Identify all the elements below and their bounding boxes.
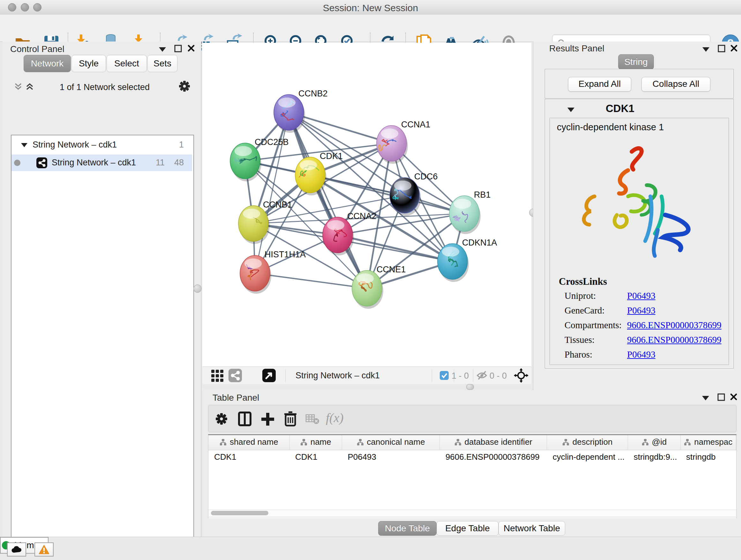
close-panel-icon[interactable] bbox=[731, 45, 738, 52]
column-header-shared-name[interactable]: shared name bbox=[208, 435, 289, 450]
column-header-label: @id bbox=[652, 437, 667, 447]
table-horizontal-scrollbar[interactable] bbox=[208, 509, 737, 517]
cloud-icon bbox=[11, 546, 22, 553]
main-toolbar: ? bbox=[0, 15, 741, 42]
pan-crosshair-icon[interactable] bbox=[514, 368, 529, 383]
crosslink-link[interactable]: P06493 bbox=[627, 291, 656, 301]
edge-CCNA2-CDKN1A[interactable] bbox=[338, 235, 453, 261]
expand-all-button[interactable]: Expand All bbox=[568, 77, 631, 91]
node-label-CDKN1A: CDKN1A bbox=[462, 238, 497, 247]
column-header--id[interactable]: @id bbox=[628, 435, 680, 450]
node-CDKN1A[interactable]: CDKN1A bbox=[437, 238, 497, 282]
table-cell[interactable]: stringdb:9... bbox=[628, 450, 680, 464]
title-bar: Session: New Session bbox=[0, 0, 741, 15]
column-type-icon bbox=[219, 439, 226, 446]
table-row[interactable]: CDK1CDK1P064939606.ENSP00000378699cyclin… bbox=[208, 450, 736, 464]
float-panel-icon[interactable] bbox=[718, 393, 725, 401]
edge-HIST1H1A-CCNE1[interactable] bbox=[255, 273, 367, 288]
tab-string[interactable]: String bbox=[618, 54, 654, 70]
grid-view-icon[interactable] bbox=[211, 369, 224, 382]
column-type-icon bbox=[562, 439, 569, 446]
table-cell[interactable]: CDK1 bbox=[289, 450, 342, 464]
column-type-icon bbox=[642, 439, 649, 446]
node-HIST1H1A[interactable]: HIST1H1A bbox=[240, 250, 306, 294]
warning-button[interactable] bbox=[35, 543, 54, 557]
table-cell[interactable]: CDK1 bbox=[208, 450, 289, 464]
selected-checkbox-icon[interactable] bbox=[440, 371, 449, 380]
edge-CDK1-RB1[interactable] bbox=[310, 175, 464, 213]
table-cell[interactable]: 9606.ENSP00000378699 bbox=[440, 450, 547, 464]
tab-select[interactable]: Select bbox=[107, 55, 147, 72]
float-panel-icon[interactable] bbox=[718, 45, 725, 52]
control-panel: Control Panel NetworkStyleSelectSets 1 o… bbox=[3, 42, 201, 537]
network-tree: String Network – cdk1 1 String Network –… bbox=[11, 135, 194, 560]
crosslink-link[interactable]: 9606.ENSP00000378699 bbox=[627, 334, 722, 345]
column-header-description[interactable]: description bbox=[547, 435, 628, 450]
node-CCNA1[interactable]: CCNA1 bbox=[377, 120, 430, 164]
edge-CCNB2-HIST1H1A[interactable] bbox=[255, 112, 289, 273]
column-header-name[interactable]: name bbox=[289, 435, 342, 450]
network-canvas[interactable]: CCNB2CCNA1CDC25BCDK1CDC6RB1CCNB1CCNA2CDK… bbox=[202, 43, 531, 367]
network-collection-row[interactable]: String Network – cdk1 1 bbox=[11, 137, 192, 153]
column-header-label: database identifier bbox=[465, 437, 532, 447]
crosslink-label: Pharos: bbox=[564, 349, 592, 360]
tab-node-table[interactable]: Node Table bbox=[378, 521, 436, 536]
table-cell[interactable]: cyclin-dependent ... bbox=[547, 450, 628, 464]
network-row-selected[interactable]: String Network – cdk1 11 48 bbox=[11, 154, 192, 171]
scrollbar-thumb[interactable] bbox=[211, 511, 268, 515]
network-label: String Network – cdk1 bbox=[52, 158, 136, 168]
panel-menu-icon[interactable] bbox=[159, 47, 166, 52]
column-type-icon bbox=[357, 439, 364, 446]
column-header-database-identifier[interactable]: database identifier bbox=[440, 435, 547, 450]
collapse-all-button[interactable]: Collapse All bbox=[642, 77, 711, 91]
tab-network-table[interactable]: Network Table bbox=[498, 521, 565, 536]
network-node-count: 11 bbox=[152, 158, 165, 168]
gear-icon[interactable] bbox=[179, 80, 190, 92]
panel-menu-icon[interactable] bbox=[702, 47, 710, 52]
cloud-button[interactable] bbox=[7, 543, 26, 557]
delete-column-icon[interactable] bbox=[284, 411, 297, 427]
node-label-CCNE1: CCNE1 bbox=[377, 265, 406, 274]
tab-edge-table[interactable]: Edge Table bbox=[436, 521, 498, 536]
crosslink-label: Tissues: bbox=[564, 334, 595, 345]
horizontal-splitter-handle[interactable] bbox=[466, 384, 474, 390]
float-panel-icon[interactable] bbox=[174, 45, 182, 52]
network-selection-status: 1 of 1 Network selected bbox=[38, 82, 172, 92]
expand-all-icon[interactable] bbox=[25, 82, 34, 91]
node-CDK1[interactable]: CDK1 bbox=[295, 151, 343, 195]
add-column-icon[interactable] bbox=[261, 412, 275, 426]
table-cell[interactable]: P06493 bbox=[342, 450, 440, 464]
network-graph[interactable]: CCNB2CCNA1CDC25BCDK1CDC6RB1CCNB1CCNA2CDK… bbox=[202, 43, 531, 367]
node-CCNB2[interactable]: CCNB2 bbox=[274, 89, 328, 133]
tab-sets[interactable]: Sets bbox=[147, 55, 178, 72]
entry-collapse-icon[interactable] bbox=[567, 108, 575, 112]
panel-menu-icon[interactable] bbox=[702, 396, 709, 400]
tree-expand-icon[interactable] bbox=[21, 143, 27, 147]
collapse-all-icon[interactable] bbox=[14, 82, 22, 91]
tab-style[interactable]: Style bbox=[71, 55, 106, 72]
collection-count: 1 bbox=[171, 140, 184, 150]
node-RB1[interactable]: RB1 bbox=[449, 190, 491, 234]
crosslink-link[interactable]: 9606.ENSP00000378699 bbox=[627, 320, 722, 330]
column-header-namespac[interactable]: namespac bbox=[680, 435, 736, 450]
left-splitter-handle[interactable] bbox=[193, 285, 202, 293]
crosslink-label: GeneCard: bbox=[564, 305, 605, 316]
table-cell[interactable]: stringdb bbox=[680, 450, 736, 464]
tab-network[interactable]: Network bbox=[23, 55, 71, 72]
node-table[interactable]: shared namenamecanonical namedatabase id… bbox=[208, 434, 737, 518]
close-panel-icon[interactable] bbox=[188, 45, 195, 52]
birds-eye-view-icon[interactable] bbox=[262, 369, 276, 382]
node-CDC25B[interactable]: CDC25B bbox=[230, 137, 289, 181]
show-columns-icon[interactable] bbox=[238, 412, 252, 426]
warning-icon bbox=[39, 545, 50, 554]
close-panel-icon[interactable] bbox=[730, 393, 737, 400]
crosslink-link[interactable]: P06493 bbox=[627, 305, 656, 316]
column-header-canonical-name[interactable]: canonical name bbox=[342, 435, 440, 450]
network-view-icon[interactable] bbox=[228, 369, 242, 382]
column-header-label: canonical name bbox=[367, 437, 425, 447]
edge-CCNB2-CCNE1[interactable] bbox=[289, 112, 367, 288]
selected-count: 1 - 0 bbox=[452, 371, 469, 381]
collection-label: String Network – cdk1 bbox=[32, 140, 117, 150]
gear-icon[interactable] bbox=[215, 413, 227, 425]
crosslink-link[interactable]: P06493 bbox=[627, 349, 656, 360]
